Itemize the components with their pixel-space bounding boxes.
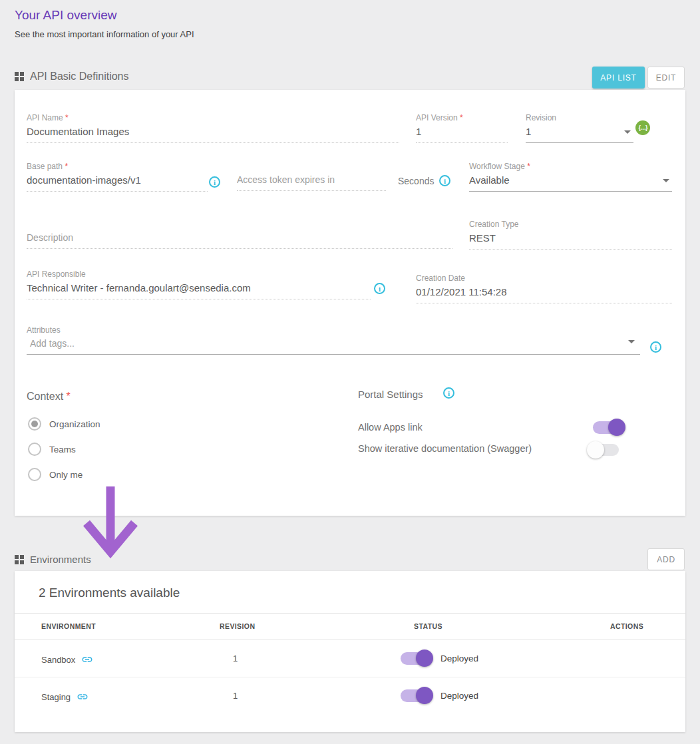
- creation-type-value: REST: [469, 232, 672, 250]
- page-title: Your API overview: [15, 8, 117, 23]
- api-version-label: API Version: [416, 113, 458, 122]
- api-name-field: API Name * Documentation Images: [27, 113, 399, 143]
- context-option-organization[interactable]: Organization: [28, 417, 100, 431]
- column-header-actions: ACTIONS: [610, 622, 643, 630]
- edit-button[interactable]: EDIT: [647, 67, 685, 89]
- toggle-knob: [416, 650, 433, 667]
- deploy-toggle[interactable]: [401, 689, 431, 702]
- context-option-teams[interactable]: Teams: [28, 443, 76, 456]
- description-field: Description: [27, 220, 452, 249]
- attributes-tags-input[interactable]: Add tags...: [27, 338, 640, 355]
- environment-name: Staging: [41, 692, 71, 702]
- required-asterisk: *: [65, 162, 68, 171]
- link-icon[interactable]: [81, 653, 93, 665]
- api-list-button[interactable]: API LIST: [592, 67, 645, 89]
- access-token-unit-label: Seconds: [398, 176, 434, 186]
- portal-settings-title: Portal Settings: [358, 389, 423, 400]
- link-icon[interactable]: [77, 691, 88, 703]
- environments-table-header: ENVIRONMENT REVISION STATUS ACTIONS: [15, 614, 685, 640]
- down-arrow-annotation: [83, 484, 140, 558]
- radio-label: Organization: [49, 419, 100, 429]
- add-environment-button[interactable]: ADD: [647, 548, 685, 570]
- page-subtitle: See the most important information of yo…: [15, 29, 194, 39]
- description-input[interactable]: Description: [27, 232, 452, 249]
- workflow-stage-select[interactable]: Available: [469, 174, 672, 192]
- required-asterisk: *: [527, 162, 530, 171]
- creation-date-field: Creation Date 01/12/2021 11:54:28: [416, 274, 672, 303]
- portal-settings-info-icon[interactable]: [443, 387, 454, 399]
- basic-definitions-card: API Name * Documentation Images API Vers…: [15, 90, 685, 516]
- revision-value: 1: [233, 691, 238, 701]
- creation-type-field: Creation Type REST: [469, 220, 672, 250]
- radio-label: Teams: [49, 445, 76, 455]
- api-responsible-input[interactable]: Technical Writer - fernanda.goulart@sens…: [27, 282, 371, 299]
- chevron-down-icon: [624, 130, 631, 134]
- access-token-info-icon[interactable]: [439, 175, 450, 186]
- toggle-knob: [608, 419, 625, 436]
- revision-select[interactable]: 1: [526, 126, 633, 143]
- required-asterisk: *: [460, 113, 463, 122]
- api-overview-page: Your API overview See the most important…: [0, 0, 700, 744]
- workflow-stage-field: Workflow Stage * Available: [469, 162, 672, 192]
- revision-value: 1: [233, 653, 238, 663]
- context-option-only-me[interactable]: Only me: [28, 468, 83, 481]
- attributes-label: Attributes: [27, 325, 640, 335]
- creation-type-label: Creation Type: [469, 220, 672, 230]
- creation-date-value: 01/12/2021 11:54:28: [416, 286, 672, 303]
- section-title: Environments: [30, 554, 91, 565]
- section-title: API Basic Definitions: [30, 71, 129, 83]
- api-responsible-info-icon[interactable]: [374, 283, 385, 294]
- base-path-field: Base path * documentation-images/v1: [27, 162, 208, 192]
- access-token-field: Access token expires in: [237, 162, 386, 191]
- allow-apps-link-label: Allow Apps link: [358, 422, 423, 433]
- radio-selected-icon[interactable]: [28, 417, 41, 431]
- table-row-sandbox: Sandbox 1 Deployed: [15, 640, 685, 677]
- environment-name: Sandbox: [41, 655, 75, 665]
- api-responsible-label: API Responsible: [27, 270, 371, 279]
- api-contract-icon[interactable]: [635, 120, 650, 135]
- toggle-knob: [587, 441, 604, 459]
- radio-icon[interactable]: [28, 468, 41, 481]
- show-swagger-label: Show iterative documentation (Swagger): [358, 443, 532, 454]
- api-version-field: API Version * 1: [416, 113, 508, 143]
- workflow-stage-label: Workflow Stage: [469, 162, 525, 171]
- environments-section-header: Environments: [15, 554, 91, 565]
- column-header-status: STATUS: [414, 622, 442, 630]
- basic-definitions-section-header: API Basic Definitions: [15, 71, 129, 83]
- radio-label: Only me: [49, 470, 83, 480]
- allow-apps-link-toggle[interactable]: [593, 421, 623, 434]
- api-name-label: API Name: [27, 113, 63, 122]
- api-responsible-field: API Responsible Technical Writer - ferna…: [27, 270, 371, 299]
- base-path-info-icon[interactable]: [209, 176, 220, 188]
- show-swagger-toggle[interactable]: [590, 444, 619, 456]
- column-header-environment: ENVIRONMENT: [41, 622, 96, 630]
- base-path-input[interactable]: documentation-images/v1: [27, 174, 208, 192]
- deploy-toggle[interactable]: [401, 652, 431, 665]
- revision-label: Revision: [526, 113, 633, 123]
- creation-date-label: Creation Date: [416, 274, 672, 283]
- environments-summary: 2 Environments available: [39, 586, 180, 600]
- access-token-input[interactable]: Access token expires in: [237, 174, 386, 191]
- api-name-input[interactable]: Documentation Images: [27, 126, 399, 143]
- environments-card: 2 Environments available ENVIRONMENT REV…: [15, 571, 685, 732]
- section-grid-icon: [15, 72, 24, 81]
- chevron-down-icon: [628, 340, 635, 343]
- toggle-knob: [416, 687, 433, 704]
- table-row-staging: Staging 1 Deployed: [15, 677, 685, 715]
- api-version-input[interactable]: 1: [416, 126, 508, 143]
- chevron-down-icon: [663, 179, 669, 182]
- base-path-label: Base path: [27, 162, 63, 171]
- context-title: Context *: [27, 391, 71, 403]
- required-asterisk: *: [65, 113, 69, 122]
- status-badge: Deployed: [440, 653, 478, 663]
- column-header-revision: REVISION: [220, 622, 255, 630]
- attributes-field: Attributes Add tags...: [27, 325, 640, 355]
- required-asterisk: *: [67, 391, 71, 402]
- section-grid-icon: [15, 555, 24, 564]
- radio-icon[interactable]: [28, 443, 41, 456]
- status-badge: Deployed: [440, 691, 478, 701]
- revision-field: Revision 1: [526, 113, 633, 143]
- attributes-info-icon[interactable]: [650, 341, 661, 353]
